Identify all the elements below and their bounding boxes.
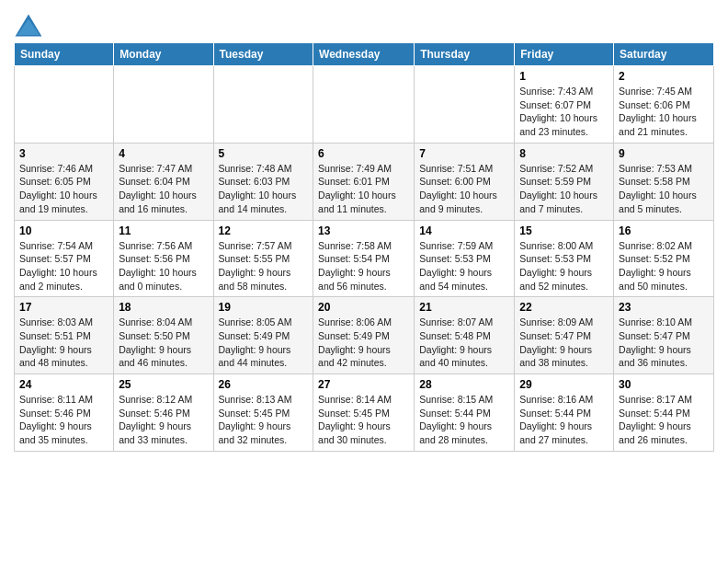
- logo-icon: [14, 13, 43, 39]
- calendar-week-row: 10Sunrise: 7:54 AM Sunset: 5:57 PM Dayli…: [15, 220, 714, 297]
- day-info: Sunrise: 7:54 AM Sunset: 5:57 PM Dayligh…: [19, 239, 108, 293]
- day-number: 29: [519, 378, 609, 391]
- day-info: Sunrise: 7:58 AM Sunset: 5:54 PM Dayligh…: [318, 239, 409, 293]
- day-info: Sunrise: 7:47 AM Sunset: 6:04 PM Dayligh…: [119, 162, 208, 216]
- day-number: 5: [219, 147, 309, 160]
- day-info: Sunrise: 8:00 AM Sunset: 5:53 PM Dayligh…: [519, 239, 609, 293]
- day-number: 6: [318, 147, 409, 160]
- day-number: 16: [619, 224, 709, 237]
- day-number: 8: [519, 147, 609, 160]
- day-number: 14: [419, 224, 509, 237]
- calendar-cell: [15, 66, 114, 144]
- calendar-cell: 28Sunrise: 8:15 AM Sunset: 5:44 PM Dayli…: [415, 374, 515, 452]
- calendar-cell: 25Sunrise: 8:12 AM Sunset: 5:46 PM Dayli…: [114, 374, 213, 452]
- day-info: Sunrise: 7:53 AM Sunset: 5:58 PM Dayligh…: [619, 162, 709, 216]
- calendar-cell: 9Sunrise: 7:53 AM Sunset: 5:58 PM Daylig…: [614, 143, 714, 220]
- calendar-cell: 29Sunrise: 8:16 AM Sunset: 5:44 PM Dayli…: [515, 374, 614, 452]
- day-number: 3: [19, 147, 108, 160]
- calendar-cell: 13Sunrise: 7:58 AM Sunset: 5:54 PM Dayli…: [313, 220, 415, 297]
- day-info: Sunrise: 8:02 AM Sunset: 5:52 PM Dayligh…: [619, 239, 709, 293]
- day-info: Sunrise: 8:09 AM Sunset: 5:47 PM Dayligh…: [519, 316, 609, 370]
- day-number: 18: [119, 301, 208, 314]
- day-number: 21: [419, 301, 509, 314]
- calendar-cell: 1Sunrise: 7:43 AM Sunset: 6:07 PM Daylig…: [515, 66, 614, 144]
- day-number: 4: [119, 147, 208, 160]
- day-info: Sunrise: 7:52 AM Sunset: 5:59 PM Dayligh…: [519, 162, 609, 216]
- day-number: 10: [19, 224, 108, 237]
- calendar-cell: 19Sunrise: 8:05 AM Sunset: 5:49 PM Dayli…: [213, 297, 313, 374]
- day-number: 7: [419, 147, 509, 160]
- calendar-cell: [313, 66, 415, 144]
- day-info: Sunrise: 8:05 AM Sunset: 5:49 PM Dayligh…: [219, 316, 309, 370]
- page-header: [14, 9, 714, 39]
- column-header-saturday: Saturday: [614, 43, 714, 66]
- day-info: Sunrise: 7:57 AM Sunset: 5:55 PM Dayligh…: [219, 239, 309, 293]
- day-info: Sunrise: 7:51 AM Sunset: 6:00 PM Dayligh…: [419, 162, 509, 216]
- day-info: Sunrise: 7:46 AM Sunset: 6:05 PM Dayligh…: [19, 162, 108, 216]
- calendar-week-row: 3Sunrise: 7:46 AM Sunset: 6:05 PM Daylig…: [15, 143, 714, 220]
- column-header-wednesday: Wednesday: [313, 43, 415, 66]
- calendar-cell: 27Sunrise: 8:14 AM Sunset: 5:45 PM Dayli…: [313, 374, 415, 452]
- day-number: 17: [19, 301, 108, 314]
- day-info: Sunrise: 8:13 AM Sunset: 5:45 PM Dayligh…: [219, 393, 309, 447]
- day-info: Sunrise: 7:48 AM Sunset: 6:03 PM Dayligh…: [219, 162, 309, 216]
- calendar-cell: 20Sunrise: 8:06 AM Sunset: 5:49 PM Dayli…: [313, 297, 415, 374]
- calendar-cell: [415, 66, 515, 144]
- day-info: Sunrise: 8:10 AM Sunset: 5:47 PM Dayligh…: [619, 316, 709, 370]
- day-info: Sunrise: 8:06 AM Sunset: 5:49 PM Dayligh…: [318, 316, 409, 370]
- calendar-cell: 30Sunrise: 8:17 AM Sunset: 5:44 PM Dayli…: [614, 374, 714, 452]
- day-number: 1: [519, 70, 609, 83]
- column-header-tuesday: Tuesday: [213, 43, 313, 66]
- column-header-thursday: Thursday: [415, 43, 515, 66]
- day-number: 12: [219, 224, 309, 237]
- day-number: 25: [119, 378, 208, 391]
- column-header-monday: Monday: [114, 43, 213, 66]
- day-info: Sunrise: 8:07 AM Sunset: 5:48 PM Dayligh…: [419, 316, 509, 370]
- calendar-cell: 11Sunrise: 7:56 AM Sunset: 5:56 PM Dayli…: [114, 220, 213, 297]
- day-info: Sunrise: 8:17 AM Sunset: 5:44 PM Dayligh…: [619, 393, 709, 447]
- calendar-cell: 23Sunrise: 8:10 AM Sunset: 5:47 PM Dayli…: [614, 297, 714, 374]
- day-info: Sunrise: 8:11 AM Sunset: 5:46 PM Dayligh…: [19, 393, 108, 447]
- day-info: Sunrise: 7:49 AM Sunset: 6:01 PM Dayligh…: [318, 162, 409, 216]
- day-info: Sunrise: 8:16 AM Sunset: 5:44 PM Dayligh…: [519, 393, 609, 447]
- calendar-cell: [213, 66, 313, 144]
- calendar-cell: [114, 66, 213, 144]
- day-info: Sunrise: 8:14 AM Sunset: 5:45 PM Dayligh…: [318, 393, 409, 447]
- calendar-cell: 12Sunrise: 7:57 AM Sunset: 5:55 PM Dayli…: [213, 220, 313, 297]
- calendar-cell: 16Sunrise: 8:02 AM Sunset: 5:52 PM Dayli…: [614, 220, 714, 297]
- day-number: 24: [19, 378, 108, 391]
- column-header-sunday: Sunday: [15, 43, 114, 66]
- calendar-header-row: SundayMondayTuesdayWednesdayThursdayFrid…: [15, 43, 714, 66]
- calendar-cell: 8Sunrise: 7:52 AM Sunset: 5:59 PM Daylig…: [515, 143, 614, 220]
- day-info: Sunrise: 8:12 AM Sunset: 5:46 PM Dayligh…: [119, 393, 208, 447]
- calendar-cell: 17Sunrise: 8:03 AM Sunset: 5:51 PM Dayli…: [15, 297, 114, 374]
- day-number: 20: [318, 301, 409, 314]
- day-number: 26: [219, 378, 309, 391]
- calendar-cell: 24Sunrise: 8:11 AM Sunset: 5:46 PM Dayli…: [15, 374, 114, 452]
- calendar-cell: 14Sunrise: 7:59 AM Sunset: 5:53 PM Dayli…: [415, 220, 515, 297]
- day-info: Sunrise: 7:45 AM Sunset: 6:06 PM Dayligh…: [619, 85, 709, 139]
- day-info: Sunrise: 8:15 AM Sunset: 5:44 PM Dayligh…: [419, 393, 509, 447]
- day-info: Sunrise: 8:04 AM Sunset: 5:50 PM Dayligh…: [119, 316, 208, 370]
- day-number: 15: [519, 224, 609, 237]
- calendar-cell: 7Sunrise: 7:51 AM Sunset: 6:00 PM Daylig…: [415, 143, 515, 220]
- day-info: Sunrise: 7:43 AM Sunset: 6:07 PM Dayligh…: [519, 85, 609, 139]
- calendar-cell: 5Sunrise: 7:48 AM Sunset: 6:03 PM Daylig…: [213, 143, 313, 220]
- day-number: 28: [419, 378, 509, 391]
- calendar-cell: 3Sunrise: 7:46 AM Sunset: 6:05 PM Daylig…: [15, 143, 114, 220]
- day-number: 11: [119, 224, 208, 237]
- calendar-week-row: 17Sunrise: 8:03 AM Sunset: 5:51 PM Dayli…: [15, 297, 714, 374]
- calendar-cell: 2Sunrise: 7:45 AM Sunset: 6:06 PM Daylig…: [614, 66, 714, 144]
- calendar-cell: 10Sunrise: 7:54 AM Sunset: 5:57 PM Dayli…: [15, 220, 114, 297]
- calendar-week-row: 1Sunrise: 7:43 AM Sunset: 6:07 PM Daylig…: [15, 66, 714, 144]
- day-number: 27: [318, 378, 409, 391]
- day-number: 22: [519, 301, 609, 314]
- day-number: 23: [619, 301, 709, 314]
- calendar-cell: 18Sunrise: 8:04 AM Sunset: 5:50 PM Dayli…: [114, 297, 213, 374]
- day-number: 9: [619, 147, 709, 160]
- calendar-table: SundayMondayTuesdayWednesdayThursdayFrid…: [14, 42, 714, 452]
- svg-marker-1: [17, 18, 40, 35]
- day-number: 19: [219, 301, 309, 314]
- day-number: 2: [619, 70, 709, 83]
- calendar-cell: 15Sunrise: 8:00 AM Sunset: 5:53 PM Dayli…: [515, 220, 614, 297]
